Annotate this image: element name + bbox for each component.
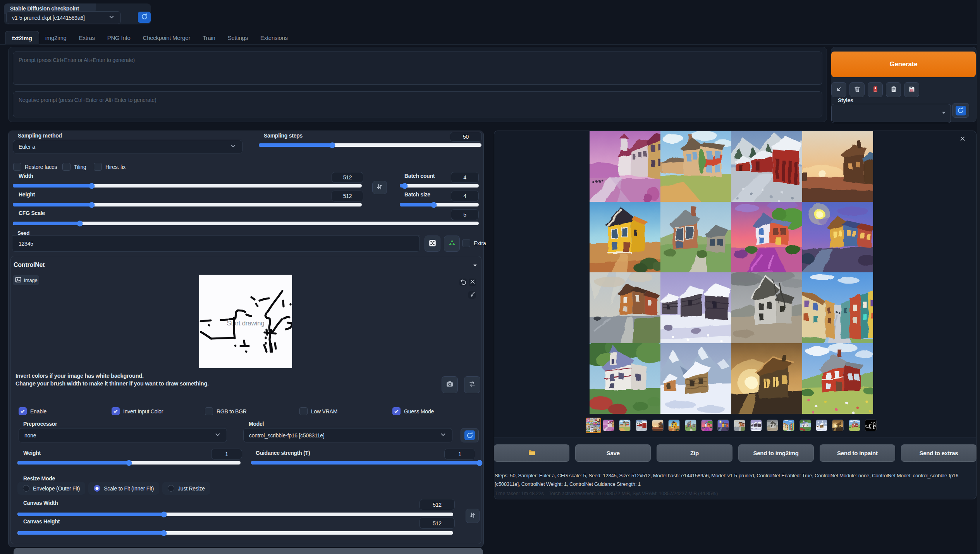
- invert-input-color-checkbox[interactable]: Invert Input Color: [112, 407, 163, 415]
- send-to-extras-button[interactable]: Send to extras: [901, 444, 977, 462]
- thumbnail-10[interactable]: [750, 420, 762, 431]
- tab-settings[interactable]: Settings: [222, 34, 254, 41]
- thumbnail-selected-collage[interactable]: [586, 418, 601, 433]
- slider-knob[interactable]: [431, 202, 437, 208]
- slider-knob[interactable]: [89, 183, 95, 189]
- slider-knob[interactable]: [161, 530, 167, 536]
- thumbnail-7[interactable]: [701, 420, 713, 431]
- gallery-image-16[interactable]: [802, 343, 873, 414]
- thumbnail-5[interactable]: [668, 420, 680, 431]
- thumbnail-2[interactable]: [619, 420, 631, 431]
- tab-checkpoint-merger[interactable]: Checkpoint Merger: [137, 34, 197, 41]
- tab-png-info[interactable]: PNG Info: [101, 34, 137, 41]
- floppy-button[interactable]: [904, 82, 919, 97]
- rgb-to-bgr-checkbox[interactable]: RGB to BGR: [205, 407, 247, 415]
- send-to-img2img-button[interactable]: Send to img2img: [738, 444, 814, 462]
- scrollbar-track[interactable]: [977, 0, 980, 554]
- clear-image-button[interactable]: [469, 279, 476, 286]
- canvas-width-input[interactable]: 512: [420, 499, 455, 510]
- thumbnail-16[interactable]: [849, 420, 860, 431]
- resize-mode-scale-to-fit-inner-fit-[interactable]: Scale to Fit (Inner Fit): [88, 482, 159, 495]
- styles-refresh-button[interactable]: [952, 103, 969, 118]
- arrow-down-left-button[interactable]: [831, 82, 846, 97]
- gallery-image-12[interactable]: [802, 272, 873, 343]
- resize-mode-just-resize[interactable]: Just Resize: [162, 482, 210, 495]
- low-vram-checkbox[interactable]: Low VRAM: [299, 407, 337, 415]
- tab-img2img[interactable]: img2img: [39, 34, 73, 41]
- canvas-height-input[interactable]: 512: [420, 518, 455, 529]
- negative-prompt-input[interactable]: Negative prompt (press Ctrl+Enter or Alt…: [13, 91, 822, 117]
- gallery-image-7[interactable]: [731, 202, 802, 273]
- swap-horizontal-button[interactable]: [464, 376, 480, 393]
- gallery-image-5[interactable]: [590, 202, 660, 273]
- thumbnail-scribble[interactable]: [865, 420, 877, 431]
- gallery-image-10[interactable]: [660, 272, 731, 343]
- batch-count-input[interactable]: 4: [451, 172, 479, 183]
- enable-checkbox[interactable]: Enable: [19, 407, 46, 415]
- thumbnail-1[interactable]: [603, 420, 614, 431]
- width-slider[interactable]: [13, 184, 362, 188]
- prompt-input[interactable]: Prompt (press Ctrl+Enter or Alt+Enter to…: [13, 52, 822, 85]
- slider-knob[interactable]: [402, 183, 408, 189]
- canvas-width-slider[interactable]: [17, 513, 453, 516]
- tab-extras[interactable]: Extras: [73, 34, 101, 41]
- slider-knob[interactable]: [329, 142, 335, 148]
- gallery-image-9[interactable]: [590, 272, 660, 343]
- undo-button[interactable]: [459, 279, 467, 286]
- thumbnail-13[interactable]: [799, 420, 811, 431]
- resize-mode-envelope-outer-fit-[interactable]: Envelope (Outer Fit): [17, 482, 85, 495]
- brush-button[interactable]: [468, 291, 476, 299]
- slider-knob[interactable]: [77, 220, 83, 226]
- batch-size-input[interactable]: 4: [451, 191, 479, 201]
- thumbnail-8[interactable]: [717, 420, 729, 431]
- height-slider[interactable]: [13, 203, 362, 206]
- gallery-image-3[interactable]: [731, 131, 802, 202]
- card-button[interactable]: [868, 82, 883, 97]
- clipboard-button[interactable]: [886, 82, 901, 97]
- gallery-image-13[interactable]: [590, 343, 660, 414]
- send-to-inpaint-button[interactable]: Send to inpaint: [820, 444, 895, 462]
- extra-seed-checkbox[interactable]: Extra: [462, 239, 486, 247]
- generate-button[interactable]: Generate: [831, 52, 976, 77]
- save-button[interactable]: Save: [575, 444, 651, 462]
- cfg-scale-slider[interactable]: [13, 222, 479, 225]
- slider-knob[interactable]: [161, 511, 167, 517]
- thumbnail-4[interactable]: [652, 420, 664, 431]
- preprocessor-select[interactable]: none: [19, 428, 227, 442]
- gallery-image-8[interactable]: [802, 202, 873, 273]
- tab-txt2img[interactable]: txt2img: [5, 31, 39, 45]
- model-refresh-button[interactable]: [461, 428, 479, 442]
- sampling-steps-slider[interactable]: [259, 143, 481, 147]
- gallery-image-14[interactable]: [660, 343, 731, 414]
- gallery-image-11[interactable]: [731, 272, 802, 343]
- gallery-close-button[interactable]: [958, 135, 967, 144]
- tab-extensions[interactable]: Extensions: [254, 34, 294, 41]
- controlnet-canvas[interactable]: Start drawing: [199, 275, 292, 368]
- gallery-image-1[interactable]: [590, 131, 660, 202]
- thumbnail-3[interactable]: [636, 420, 647, 431]
- zip-button[interactable]: Zip: [657, 444, 732, 462]
- slider-knob[interactable]: [477, 460, 483, 466]
- batch-size-slider[interactable]: [400, 203, 479, 206]
- controlnet-collapse-caret[interactable]: [473, 263, 478, 270]
- thumbnail-15[interactable]: [832, 420, 844, 431]
- gallery-image-15[interactable]: [731, 343, 802, 414]
- restore-faces-checkbox[interactable]: Restore faces: [13, 163, 57, 171]
- model-select[interactable]: control_scribble-fp16 [c508311e]: [243, 428, 452, 442]
- reuse-seed-button[interactable]: [444, 236, 460, 252]
- trash-button[interactable]: [849, 82, 865, 97]
- batch-count-slider[interactable]: [400, 184, 479, 188]
- thumbnail-12[interactable]: [783, 420, 794, 431]
- gallery-image-4[interactable]: [802, 131, 873, 202]
- weight-slider[interactable]: [17, 461, 241, 465]
- sampling-steps-input[interactable]: 50: [450, 132, 482, 142]
- swap-canvas-dimensions-button[interactable]: [466, 509, 480, 523]
- swap-dimensions-button[interactable]: [372, 181, 387, 194]
- sampling-method-select[interactable]: Euler a: [13, 140, 242, 153]
- open-folder-button[interactable]: [494, 444, 569, 462]
- gallery-image-6[interactable]: [660, 202, 731, 273]
- guidance-strength-input[interactable]: 1: [444, 449, 475, 459]
- height-input[interactable]: 512: [332, 191, 363, 201]
- guidance-strength-slider[interactable]: [251, 461, 480, 465]
- weight-input[interactable]: 1: [211, 449, 242, 459]
